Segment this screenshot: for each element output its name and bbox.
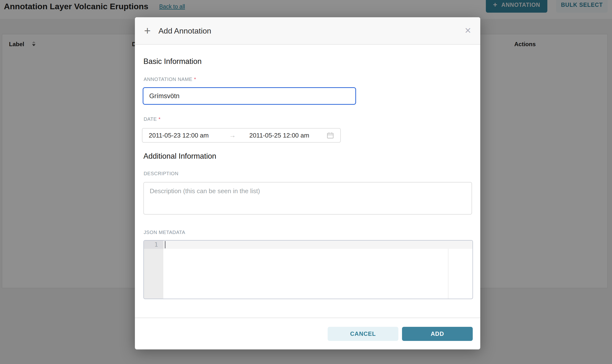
- additional-information-heading: Additional Information: [143, 151, 216, 161]
- add-button[interactable]: ADD: [402, 327, 473, 341]
- editor-line-number: 1: [144, 241, 163, 249]
- required-asterisk: *: [158, 117, 160, 122]
- calendar-icon[interactable]: [327, 132, 334, 139]
- annotation-name-input[interactable]: [143, 87, 356, 105]
- editor-active-line: [163, 241, 472, 249]
- cancel-button[interactable]: CANCEL: [328, 327, 398, 341]
- editor-print-margin: [448, 249, 448, 299]
- editor-cursor: [165, 241, 166, 248]
- add-annotation-modal: + Add Annotation × Basic Information ANN…: [135, 17, 480, 350]
- date-label-text: DATE: [144, 117, 157, 122]
- date-end-value[interactable]: 2011-05-25 12:00 am: [249, 132, 309, 139]
- close-icon[interactable]: ×: [465, 25, 471, 36]
- annotation-name-label-text: ANNOTATION NAME: [144, 77, 192, 82]
- description-textarea[interactable]: [143, 182, 472, 215]
- modal-footer: CANCEL ADD: [135, 318, 480, 350]
- editor-gutter: [144, 241, 163, 299]
- date-range-picker[interactable]: 2011-05-23 12:00 am → 2011-05-25 12:00 a…: [142, 128, 341, 143]
- date-label: DATE*: [144, 116, 161, 122]
- json-metadata-label: JSON METADATA: [144, 229, 185, 235]
- arrow-right-icon: →: [229, 132, 236, 139]
- basic-information-heading: Basic Information: [143, 57, 202, 66]
- required-asterisk: *: [194, 77, 196, 82]
- description-label: DESCRIPTION: [144, 170, 178, 177]
- modal-header: + Add Annotation ×: [135, 17, 480, 45]
- plus-icon: +: [144, 25, 151, 36]
- modal-title: Add Annotation: [158, 26, 211, 35]
- annotation-name-label: ANNOTATION NAME*: [144, 76, 196, 82]
- json-metadata-editor[interactable]: 1: [143, 240, 473, 299]
- date-start-value[interactable]: 2011-05-23 12:00 am: [149, 132, 209, 139]
